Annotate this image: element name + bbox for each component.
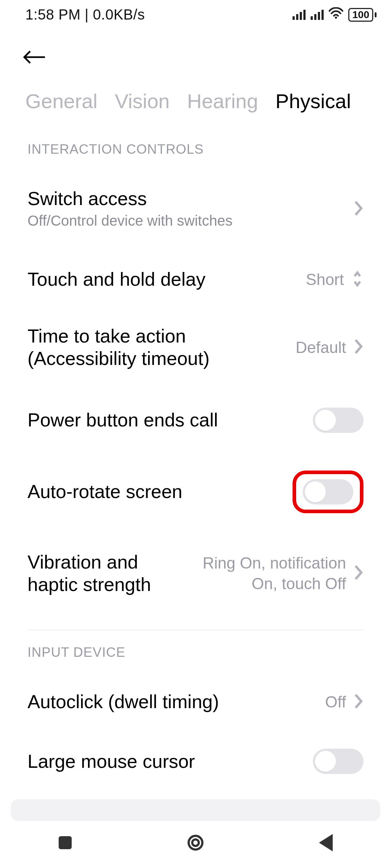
section-header-interaction: INTERACTION CONTROLS <box>28 142 363 157</box>
power-end-call-title: Power button ends call <box>28 409 218 431</box>
row-accessibility-timeout[interactable]: Time to take action (Accessibility timeo… <box>28 312 363 382</box>
nav-recents-button[interactable] <box>54 832 76 854</box>
large-cursor-toggle[interactable] <box>313 749 363 774</box>
status-time: 1:58 PM | 0.0KB/s <box>25 7 145 23</box>
row-autoclick[interactable]: Autoclick (dwell timing) Off <box>28 678 363 725</box>
section-header-input-device: INPUT DEVICE <box>28 645 363 660</box>
row-power-button-ends-call[interactable]: Power button ends call <box>28 395 363 445</box>
tab-hearing[interactable]: Hearing <box>187 89 258 113</box>
row-large-mouse-cursor[interactable]: Large mouse cursor <box>28 736 363 786</box>
row-vibration-haptic[interactable]: Vibration and haptic strength Ring On, n… <box>28 539 363 608</box>
timeout-value: Default <box>296 337 346 358</box>
tab-vision[interactable]: Vision <box>115 89 170 113</box>
category-tabs: General Vision Hearing Physical <box>0 78 391 131</box>
nav-back-button[interactable] <box>315 832 337 854</box>
switch-access-title: Switch access <box>28 187 232 210</box>
battery-level: 100 <box>348 8 373 22</box>
up-down-arrows-icon <box>351 270 363 289</box>
bottom-fade <box>11 799 380 821</box>
triangle-left-icon <box>319 834 333 851</box>
row-auto-rotate-screen[interactable]: Auto-rotate screen <box>28 458 363 526</box>
section-interaction-controls: INTERACTION CONTROLS Switch access Off/C… <box>0 142 391 608</box>
touch-hold-value: Short <box>306 269 344 290</box>
auto-rotate-title: Auto-rotate screen <box>28 480 182 503</box>
battery-icon: 100 <box>348 8 377 22</box>
tab-general[interactable]: General <box>25 89 97 113</box>
circle-icon <box>188 835 203 851</box>
signal-sim2-icon <box>311 10 324 20</box>
chevron-right-icon <box>353 339 363 356</box>
square-icon <box>59 836 72 849</box>
row-touch-hold-delay[interactable]: Touch and hold delay Short <box>28 256 363 303</box>
arrow-left-icon <box>22 48 47 66</box>
status-icons: 100 <box>293 7 377 23</box>
chevron-right-icon <box>353 200 363 216</box>
large-cursor-title: Large mouse cursor <box>28 750 195 773</box>
touch-hold-title: Touch and hold delay <box>28 268 206 290</box>
back-button[interactable] <box>22 48 369 68</box>
vibration-title: Vibration and haptic strength <box>28 551 183 596</box>
auto-rotate-toggle[interactable] <box>303 479 353 505</box>
wifi-icon <box>329 7 343 23</box>
page-header <box>0 26 391 78</box>
chevron-right-icon <box>353 565 363 582</box>
autoclick-title: Autoclick (dwell timing) <box>28 690 219 713</box>
system-nav-bar <box>0 825 391 861</box>
tab-physical[interactable]: Physical <box>276 89 351 113</box>
signal-sim1-icon <box>293 10 306 20</box>
chevron-right-icon <box>353 693 363 711</box>
switch-access-subtitle: Off/Control device with switches <box>28 213 232 229</box>
vibration-value: Ring On, notification On, touch Off <box>194 553 346 594</box>
nav-home-button[interactable] <box>185 832 206 854</box>
section-input-device: INPUT DEVICE Autoclick (dwell timing) Of… <box>0 645 391 786</box>
status-bar: 1:58 PM | 0.0KB/s 100 <box>0 0 391 26</box>
row-switch-access[interactable]: Switch access Off/Control device with sw… <box>28 175 363 241</box>
section-divider <box>28 630 363 630</box>
auto-rotate-highlight <box>293 471 363 513</box>
power-end-call-toggle[interactable] <box>313 408 363 433</box>
svg-point-0 <box>335 17 337 19</box>
autoclick-value: Off <box>325 692 346 712</box>
timeout-title: Time to take action (Accessibility timeo… <box>28 325 230 370</box>
